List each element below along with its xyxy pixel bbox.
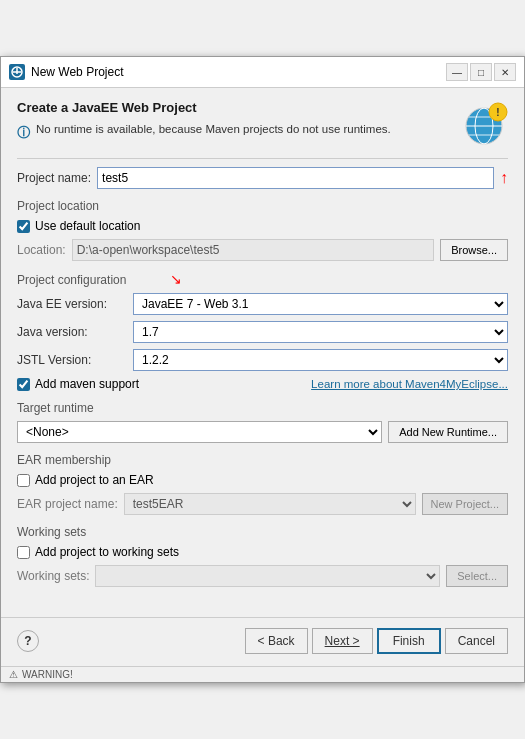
use-default-location-checkbox[interactable]	[17, 220, 30, 233]
nav-buttons: < Back Next >	[245, 628, 373, 654]
add-working-sets-row: Add project to working sets	[17, 545, 508, 559]
warning-icon: ⚠	[9, 669, 18, 680]
info-text: No runtime is available, because Maven p…	[36, 123, 391, 135]
maven-link[interactable]: Learn more about Maven4MyEclipse...	[311, 378, 508, 390]
close-button[interactable]: ✕	[494, 63, 516, 81]
help-button[interactable]: ?	[17, 630, 39, 652]
dialog: New Web Project — □ ✕ Create a JavaEE We…	[0, 56, 525, 683]
maximize-button[interactable]: □	[470, 63, 492, 81]
java-ee-version-label: Java EE version:	[17, 297, 127, 311]
working-sets-row: Working sets: Select...	[17, 565, 508, 587]
jstl-version-row: JSTL Version: 1.2.2	[17, 349, 508, 371]
project-name-input[interactable]	[97, 167, 494, 189]
finish-button[interactable]: Finish	[377, 628, 441, 654]
maven-checkbox-row: Add maven support	[17, 377, 139, 391]
project-config-section: Project configuration ↘	[17, 271, 508, 287]
ear-membership-section: EAR membership	[17, 453, 508, 467]
next-button[interactable]: Next >	[312, 628, 373, 654]
info-box: ⓘ No runtime is available, because Maven…	[17, 123, 450, 142]
svg-text:!: !	[496, 107, 499, 118]
project-location-section: Project location	[17, 199, 508, 213]
back-button[interactable]: < Back	[245, 628, 308, 654]
add-ear-row: Add project to an EAR	[17, 473, 508, 487]
project-name-label: Project name:	[17, 171, 91, 185]
ear-project-name-row: EAR project name: test5EAR New Project..…	[17, 493, 508, 515]
cancel-button[interactable]: Cancel	[445, 628, 508, 654]
title-bar: New Web Project — □ ✕	[1, 57, 524, 88]
target-runtime-select[interactable]: <None>	[17, 421, 382, 443]
title-bar-buttons: — □ ✕	[446, 63, 516, 81]
globe-icon: !	[460, 102, 508, 150]
ear-name-label: EAR project name:	[17, 497, 118, 511]
select-button: Select...	[446, 565, 508, 587]
add-ear-label: Add project to an EAR	[35, 473, 154, 487]
target-runtime-section: Target runtime	[17, 401, 508, 415]
java-ee-version-row: Java EE version: JavaEE 7 - Web 3.1	[17, 293, 508, 315]
bottom-bar: ? < Back Next > Finish Cancel	[1, 617, 524, 666]
add-working-sets-checkbox[interactable]	[17, 546, 30, 559]
target-runtime-row: <None> Add New Runtime...	[17, 421, 508, 443]
header-section: Create a JavaEE Web Project ⓘ No runtime…	[17, 100, 508, 154]
location-row: Location: Browse...	[17, 239, 508, 261]
java-version-row: Java version: 1.7	[17, 321, 508, 343]
info-icon: ⓘ	[17, 124, 30, 142]
jstl-version-select[interactable]: 1.2.2	[133, 349, 508, 371]
project-config-label: Project configuration	[17, 273, 126, 287]
dialog-heading: Create a JavaEE Web Project	[17, 100, 450, 115]
warning-text: WARNING!	[22, 669, 73, 680]
working-sets-section: Working sets	[17, 525, 508, 539]
divider-1	[17, 158, 508, 159]
jstl-version-label: JSTL Version:	[17, 353, 127, 367]
arrow-indicator: ↑	[500, 169, 508, 187]
use-default-location-label: Use default location	[35, 219, 140, 233]
minimize-button[interactable]: —	[446, 63, 468, 81]
working-sets-label: Working sets:	[17, 569, 89, 583]
java-version-label: Java version:	[17, 325, 127, 339]
add-working-sets-label: Add project to working sets	[35, 545, 179, 559]
java-ee-version-select[interactable]: JavaEE 7 - Web 3.1	[133, 293, 508, 315]
maven-label: Add maven support	[35, 377, 139, 391]
browse-button[interactable]: Browse...	[440, 239, 508, 261]
use-default-location-row: Use default location	[17, 219, 508, 233]
dialog-title: New Web Project	[31, 65, 440, 79]
maven-checkbox[interactable]	[17, 378, 30, 391]
java-version-select[interactable]: 1.7	[133, 321, 508, 343]
add-runtime-button[interactable]: Add New Runtime...	[388, 421, 508, 443]
warning-bar: ⚠ WARNING!	[1, 666, 524, 682]
add-ear-checkbox[interactable]	[17, 474, 30, 487]
new-project-button: New Project...	[422, 493, 508, 515]
maven-row: Add maven support Learn more about Maven…	[17, 377, 508, 391]
working-sets-select	[95, 565, 440, 587]
ear-project-name-select: test5EAR	[124, 493, 416, 515]
location-input	[72, 239, 434, 261]
dialog-content: Create a JavaEE Web Project ⓘ No runtime…	[1, 88, 524, 605]
config-arrow: ↘	[170, 271, 182, 287]
location-label: Location:	[17, 243, 66, 257]
project-name-row: Project name: ↑	[17, 167, 508, 189]
dialog-icon	[9, 64, 25, 80]
